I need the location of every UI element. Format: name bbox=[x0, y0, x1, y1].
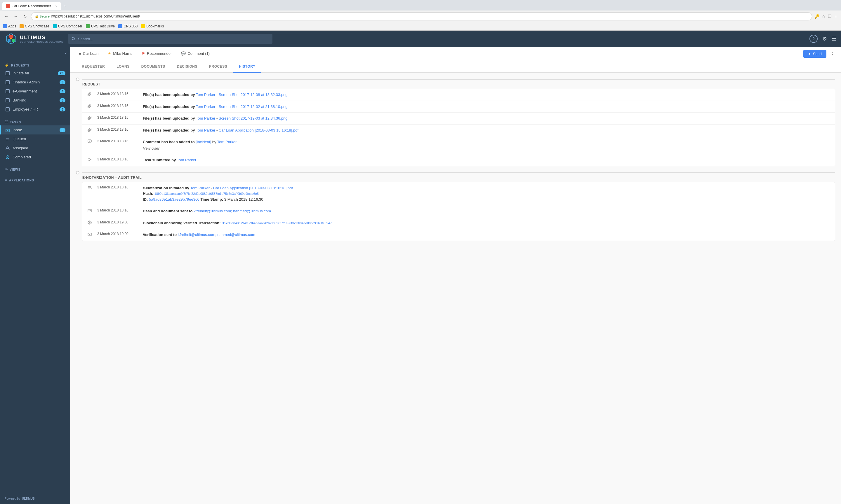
attachment-icon-1 bbox=[87, 92, 92, 96]
verification-sent-link[interactable]: kfreiheit@ultimus.com; nahmed@ultimus.co… bbox=[178, 232, 255, 237]
tab-requester[interactable]: REQUESTER bbox=[76, 61, 111, 73]
verification-sent-label: Verification sent to bbox=[143, 232, 178, 237]
tab-recommender[interactable]: ⚑ Recommender bbox=[138, 49, 176, 59]
row-person-link-2[interactable]: Tom Parker bbox=[196, 104, 215, 109]
id-value-link[interactable]: 5a9ad86e1ab3ae29b79ee3c6 bbox=[149, 197, 200, 201]
row-person-link-1[interactable]: Tom Parker bbox=[196, 92, 215, 97]
bookmark-cps-composer[interactable]: CPS Composer bbox=[53, 24, 82, 28]
svg-rect-4 bbox=[10, 38, 12, 39]
en-file-link[interactable]: Car Loan Application [2018-03-03 18:16:1… bbox=[213, 186, 293, 190]
row-file-link-3[interactable]: Screen Shot 2017-12-03 at 12.34.36.png bbox=[219, 116, 288, 121]
tab-actions: ➤ Send ⋮ bbox=[803, 50, 836, 58]
row-date-1: 3 March 2018 18:15 bbox=[97, 92, 138, 96]
task-person-link[interactable]: Tom Parker bbox=[177, 158, 196, 162]
browser-tab-active[interactable]: Car Loan: Recommender ✕ bbox=[2, 2, 61, 10]
hamburger-icon[interactable]: ☰ bbox=[832, 36, 836, 42]
reload-btn[interactable]: ↻ bbox=[22, 13, 29, 20]
tab-comment[interactable]: 💬 Comment (1) bbox=[177, 49, 214, 59]
star-icon[interactable]: ☆ bbox=[822, 14, 825, 19]
tab-process[interactable]: PROCESS bbox=[203, 61, 233, 73]
forward-btn[interactable]: → bbox=[12, 13, 19, 20]
hash-value-link[interactable]: 1890b136caeacae9f6f7fcf22d2e0882bf6537fc… bbox=[154, 192, 259, 195]
new-tab-btn[interactable]: + bbox=[61, 2, 69, 10]
send-button[interactable]: ➤ Send bbox=[803, 50, 826, 58]
row-content-en-3: Blockchain anchoring verified Transactio… bbox=[143, 220, 830, 226]
row-file-link-2[interactable]: Screen Shot 2017-12-02 at 21.38.10.png bbox=[219, 104, 288, 109]
logo-icon bbox=[5, 32, 18, 45]
tab-bar: Car Loan: Recommender ✕ + bbox=[0, 0, 841, 11]
bookmark-bookmarks[interactable]: Bookmarks bbox=[141, 24, 164, 28]
powered-by-label: Powered by bbox=[5, 497, 20, 500]
row-file-link-4[interactable]: Car Loan Application [2018-03-03 18:16:1… bbox=[219, 128, 298, 132]
row-file-link-1[interactable]: Screen Shot 2017-12-08 at 13.32.33.png bbox=[219, 92, 288, 97]
extend-icon[interactable]: ❒ bbox=[828, 14, 832, 19]
history-row: 3 March 2018 18:15 File(s) has been uplo… bbox=[82, 101, 835, 113]
request-rows-container: 3 March 2018 18:15 File(s) has been uplo… bbox=[82, 89, 835, 166]
tab-favicon bbox=[6, 4, 10, 8]
sidebar-item-banking[interactable]: Banking 8 bbox=[0, 96, 70, 105]
row-content-2: File(s) has been uploaded by Tom Parker … bbox=[143, 104, 830, 110]
hash-sent-link[interactable]: kfreiheit@ultimus.com; nahmed@ultimus.co… bbox=[194, 209, 271, 213]
history-row: 3 March 2018 18:15 File(s) has been uplo… bbox=[82, 112, 835, 125]
row-content-4: File(s) has been uploaded by Tom Parker … bbox=[143, 127, 830, 133]
collapse-btn[interactable]: ‹ bbox=[65, 51, 67, 56]
search-input[interactable] bbox=[78, 37, 269, 41]
history-row: 3 March 2018 18:16 e-Notarization initia… bbox=[82, 182, 835, 205]
help-icon[interactable]: ? bbox=[809, 35, 818, 43]
inbox-badge: 5 bbox=[59, 128, 65, 132]
bookmark-cps-showcase-label: CPS Showcase bbox=[25, 24, 49, 28]
back-btn[interactable]: ← bbox=[3, 13, 10, 20]
task-submitted-label: Task submitted by bbox=[143, 158, 177, 162]
cps-showcase-icon bbox=[20, 24, 24, 28]
more-options-btn[interactable]: ⋮ bbox=[829, 50, 836, 58]
logo-sub-text: COMPOSED PROCESS SOLUTIONS bbox=[20, 40, 63, 43]
sidebar-item-assigned[interactable]: Assigned bbox=[0, 144, 70, 152]
bookmark-cps-360[interactable]: CPS 360 bbox=[118, 24, 138, 28]
row-person-link-4[interactable]: Tom Parker bbox=[196, 128, 215, 132]
sidebar-item-employee-hr[interactable]: Employee / HR 6 bbox=[0, 105, 70, 114]
bookmark-cps-test-drive[interactable]: CPS Test Drive bbox=[86, 24, 115, 28]
attachment-icon-2 bbox=[87, 104, 92, 108]
en-person-link[interactable]: Tom Parker bbox=[190, 186, 210, 190]
address-bar[interactable]: 🔒 Secure https://cpssolutions01.ultimusc… bbox=[31, 12, 812, 20]
comment-person-link[interactable]: Tom Parker bbox=[217, 140, 237, 144]
blockchain-link[interactable]: f15ed8a040b794fa79b4baaa64f9a0d01cf621e9… bbox=[222, 221, 332, 225]
tab-close[interactable]: ✕ bbox=[55, 5, 57, 8]
tab-documents[interactable]: DOCUMENTS bbox=[136, 61, 171, 73]
tab-car-loan-label: Car Loan bbox=[83, 51, 98, 56]
tab-car-loan[interactable]: ■ Car Loan bbox=[75, 49, 103, 59]
sidebar-item-initiate-all[interactable]: Initiate All 23 bbox=[0, 69, 70, 77]
search-bar[interactable] bbox=[68, 34, 272, 44]
bookmark-apps[interactable]: Apps bbox=[3, 24, 16, 28]
settings-icon[interactable]: ⚙ bbox=[822, 36, 827, 42]
row-content-en-2: Hash and document sent to kfreiheit@ulti… bbox=[143, 208, 830, 214]
sidebar-item-completed[interactable]: Completed bbox=[0, 152, 70, 162]
bookmark-cps-showcase[interactable]: CPS Showcase bbox=[20, 24, 49, 28]
tab-loans[interactable]: LOANS bbox=[111, 61, 136, 73]
completed-icon bbox=[5, 155, 10, 159]
sidebar-item-finance-admin[interactable]: Finance / Admin 5 bbox=[0, 77, 70, 87]
initiate-all-badge: 23 bbox=[58, 71, 65, 75]
sidebar-footer: Powered by ULTIMUS bbox=[0, 493, 70, 504]
completed-label: Completed bbox=[13, 155, 31, 159]
assigned-icon bbox=[5, 146, 10, 150]
key-icon: 🔑 bbox=[814, 14, 819, 19]
tab-decisions[interactable]: DECISIONS bbox=[171, 61, 204, 73]
incident-link[interactable]: [Incident] bbox=[196, 140, 211, 144]
inbox-label: Inbox bbox=[13, 128, 22, 132]
tab-history[interactable]: HISTORY bbox=[233, 61, 261, 73]
menu-icon[interactable]: ⋮ bbox=[834, 14, 838, 19]
sidebar-item-inbox[interactable]: Inbox 5 bbox=[0, 125, 70, 134]
enotarization-section-dot bbox=[76, 171, 80, 175]
browser-chrome: Car Loan: Recommender ✕ + ← → ↻ 🔒 Secure… bbox=[0, 0, 841, 31]
requests-section: ⚡ REQUESTS Initiate All 23 Finance / Adm… bbox=[0, 59, 70, 116]
initiate-all-icon bbox=[5, 71, 10, 75]
history-row: 3 March 2018 19:00 Blockchain anchoring … bbox=[82, 217, 835, 229]
sidebar-item-e-government[interactable]: e-Government 4 bbox=[0, 87, 70, 96]
row-text-1: File(s) has been uploaded by bbox=[143, 92, 195, 97]
logo-text-block: ULTIMUS COMPOSED PROCESS SOLUTIONS bbox=[20, 35, 63, 43]
tab-mike-harris[interactable]: ★ Mike Harris bbox=[104, 49, 136, 59]
sidebar-item-queued[interactable]: Queued bbox=[0, 134, 70, 144]
row-person-link-3[interactable]: Tom Parker bbox=[196, 116, 215, 121]
url-display: https://cpssolutions01.ultimuscps.com/Ul… bbox=[51, 14, 140, 18]
